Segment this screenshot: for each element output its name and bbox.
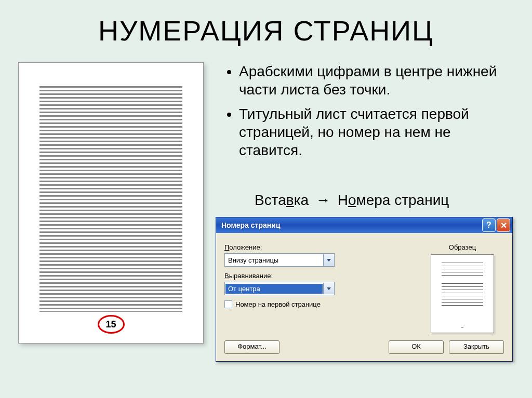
- dialog-title: Номера страниц: [221, 221, 481, 229]
- t: мера страниц: [356, 192, 449, 208]
- bullet-item: Титульный лист считается первой странице…: [239, 105, 516, 159]
- chevron-down-icon[interactable]: [323, 283, 334, 294]
- slide-title: НУМЕРАЦИЯ СТРАНИЦ: [0, 0, 532, 52]
- page-text-lines: [39, 86, 182, 312]
- t: ат...: [255, 342, 266, 350]
- close-button[interactable]: Закрыть: [449, 340, 504, 354]
- t: о: [348, 192, 356, 208]
- checkbox-icon[interactable]: [224, 300, 232, 308]
- help-button[interactable]: ?: [482, 218, 496, 232]
- ok-button[interactable]: ОК: [389, 340, 444, 354]
- preview-lines: [442, 283, 483, 308]
- t: ыравнивание:: [229, 272, 273, 280]
- t: омер на первой странице: [240, 300, 321, 308]
- bullet-list: Арабскими цифрами в центре нижней части …: [223, 62, 516, 166]
- page-numbers-dialog: Номера страниц ? ✕ Положение: Внизу стра…: [216, 217, 513, 362]
- position-value: Внизу страницы: [225, 256, 323, 264]
- bullet-item: Арабскими цифрами в центре нижней части …: [239, 62, 516, 99]
- alignment-combo[interactable]: От центра: [224, 282, 335, 295]
- sample-preview: [431, 254, 494, 333]
- preview-page-number: [461, 327, 463, 327]
- t: Вста: [255, 192, 286, 208]
- t: оложение:: [229, 243, 262, 251]
- t: Фор: [237, 342, 250, 350]
- format-button[interactable]: Формат...: [224, 340, 280, 354]
- alignment-label: Выравнивание:: [224, 272, 410, 280]
- chevron-down-icon[interactable]: [323, 254, 334, 266]
- t: П: [224, 243, 229, 251]
- t: ка: [294, 192, 309, 208]
- menu-path-hint: Вставка → Номера страниц: [255, 192, 449, 209]
- page-number-highlight: 15: [98, 315, 125, 334]
- close-icon[interactable]: ✕: [497, 218, 510, 232]
- position-combo[interactable]: Внизу страницы: [224, 253, 335, 267]
- preview-lines: [442, 263, 483, 278]
- alignment-value: От центра: [225, 284, 323, 294]
- arrow-icon: →: [316, 192, 330, 208]
- first-page-checkbox-row[interactable]: Номер на первой странице: [224, 300, 410, 308]
- dialog-titlebar[interactable]: Номера страниц ? ✕: [216, 217, 512, 233]
- position-label: Положение:: [224, 243, 410, 251]
- t: Н: [235, 300, 240, 308]
- t: В: [224, 272, 229, 280]
- sample-label: Образец: [421, 243, 504, 251]
- page-preview: 15: [18, 62, 204, 344]
- t: Н: [338, 192, 348, 208]
- t: в: [286, 192, 294, 208]
- first-page-label: Номер на первой странице: [235, 300, 321, 308]
